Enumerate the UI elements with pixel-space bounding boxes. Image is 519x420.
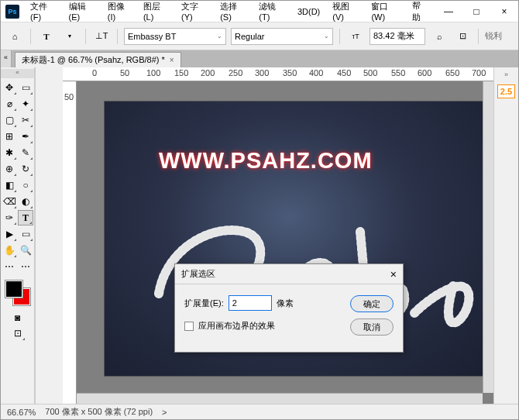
close-tab-icon[interactable]: × xyxy=(170,56,174,64)
ruler-tick: 250 xyxy=(229,68,242,77)
menu-help[interactable]: 帮助 xyxy=(406,1,435,22)
lasso-tool[interactable]: ⌀ xyxy=(2,96,17,112)
history-brush-tool[interactable]: ↻ xyxy=(18,161,33,177)
menu-view[interactable]: 视图(V) xyxy=(326,1,365,22)
ruler-tick: 550 xyxy=(391,68,405,77)
edit-toolbar[interactable]: ⋯ xyxy=(2,259,17,274)
status-bar: 66.67% 700 像素 x 500 像素 (72 ppi) > xyxy=(1,404,518,419)
brush-tool[interactable]: ✎ xyxy=(18,145,33,160)
chevron-down-icon: ⌄ xyxy=(217,33,222,40)
hand-tool[interactable]: ✋ xyxy=(2,243,17,258)
maximize-button[interactable]: □ xyxy=(462,1,490,22)
menu-layer[interactable]: 图层(L) xyxy=(137,1,175,22)
expand-by-label: 扩展量(E): xyxy=(184,298,224,309)
foreground-color-swatch[interactable] xyxy=(5,281,22,298)
canvas-viewport[interactable]: WWW.PSAHZ.COM xyxy=(77,81,493,404)
options-bar: ⌂ T ▾ ⊥T Embassy BT⌄ Regular⌄ тT 83.42 毫… xyxy=(1,22,518,50)
healing-tool[interactable]: ✱ xyxy=(2,145,17,160)
font-size-value: 83.42 毫米 xyxy=(373,30,414,42)
unit-label: 像素 xyxy=(277,298,294,309)
panel-value[interactable]: 2.5 xyxy=(497,84,515,98)
menu-3d[interactable]: 3D(D) xyxy=(291,1,326,22)
font-style-value: Regular xyxy=(235,32,265,41)
horizontal-scrollbar[interactable] xyxy=(77,393,483,404)
main-menu: 文件(F) 编辑(E) 图像(I) 图层(L) 文字(Y) 选择(S) 滤镜(T… xyxy=(24,1,435,22)
ruler-tick: 450 xyxy=(337,68,351,77)
font-style-select[interactable]: Regular⌄ xyxy=(231,28,333,45)
document-tab-title: 未标题-1 @ 66.7% (Psahz, RGB/8#) * xyxy=(22,54,165,66)
ruler-tick: 150 xyxy=(174,68,188,77)
eyedropper-tool[interactable]: ✒ xyxy=(18,129,33,144)
vertical-ruler[interactable]: 50 xyxy=(63,81,77,404)
settings-icon[interactable]: ⊡ xyxy=(453,27,472,46)
font-size-input[interactable]: 83.42 毫米 xyxy=(369,28,425,45)
font-size-icon: тT xyxy=(346,27,365,46)
path-select-tool[interactable]: ▶ xyxy=(2,226,17,242)
marquee-tool[interactable]: ▢ xyxy=(2,112,17,128)
collapse-icon[interactable]: » xyxy=(504,71,508,78)
ruler-tick: 200 xyxy=(201,68,215,77)
close-button[interactable]: × xyxy=(490,1,518,22)
title-bar: Ps 文件(F) 编辑(E) 图像(I) 图层(L) 文字(Y) 选择(S) 滤… xyxy=(1,1,518,22)
zoom-tool[interactable]: 🔍 xyxy=(18,243,33,258)
expand-selection-dialog: 扩展选区 × 扩展量(E): 像素 应用画布边界的效果 确定 取消 xyxy=(174,263,404,353)
text-orientation-icon[interactable]: ⊥T xyxy=(92,27,111,46)
dodge-tool[interactable]: ◐ xyxy=(18,194,33,209)
menu-type[interactable]: 文字(Y) xyxy=(175,1,214,22)
ruler-tick: 350 xyxy=(283,68,297,77)
shape-tool[interactable]: ▭ xyxy=(18,226,33,242)
ruler-tick: 650 xyxy=(445,68,459,77)
menu-window[interactable]: 窗口(W) xyxy=(365,1,406,22)
artboard-tool[interactable]: ▭ xyxy=(18,80,33,95)
chevron-down-icon[interactable]: ▾ xyxy=(60,27,79,46)
antialias-label: 锐利 xyxy=(485,30,502,42)
gradient-tool[interactable]: ◧ xyxy=(2,177,17,193)
font-family-select[interactable]: Embassy BT⌄ xyxy=(124,28,226,45)
type-tool[interactable]: T xyxy=(18,210,33,225)
left-panel-strip[interactable] xyxy=(35,67,63,404)
vertical-scrollbar[interactable] xyxy=(483,81,493,393)
collapse-toolbar-icon[interactable]: « xyxy=(1,50,12,67)
document-tab-bar: 未标题-1 @ 66.7% (Psahz, RGB/8#) * × xyxy=(12,50,518,67)
canvas-area: 0 50 100 150 200 250 300 350 400 450 500… xyxy=(63,67,493,404)
ruler-tick: 300 xyxy=(255,68,269,77)
menu-file[interactable]: 文件(F) xyxy=(24,1,63,22)
zoom-level[interactable]: 66.67% xyxy=(7,408,36,417)
menu-select[interactable]: 选择(S) xyxy=(214,1,253,22)
apply-canvas-bounds-checkbox[interactable] xyxy=(184,322,194,331)
pen-tool[interactable]: ✑ xyxy=(2,210,17,225)
minimize-button[interactable]: — xyxy=(435,1,462,22)
cancel-button[interactable]: 取消 xyxy=(350,318,394,336)
menu-filter[interactable]: 滤镜(T) xyxy=(253,1,291,22)
quick-mask-icon[interactable]: ◙ xyxy=(10,310,26,325)
color-swatches[interactable] xyxy=(4,279,32,307)
document-info[interactable]: 700 像素 x 500 像素 (72 ppi) xyxy=(45,406,153,418)
right-panel: » 2.5 xyxy=(493,67,518,404)
collapse-icon[interactable]: « xyxy=(1,69,34,78)
screen-mode-icon[interactable]: ⊡ xyxy=(10,325,26,341)
document-tab[interactable]: 未标题-1 @ 66.7% (Psahz, RGB/8#) * × xyxy=(15,52,181,67)
move-tool[interactable]: ✥ xyxy=(2,80,17,95)
home-icon[interactable]: ⌂ xyxy=(5,27,24,46)
magic-wand-tool[interactable]: ✦ xyxy=(18,96,33,112)
blur-tool[interactable]: ○ xyxy=(18,177,33,193)
ok-button[interactable]: 确定 xyxy=(350,295,394,312)
dialog-titlebar[interactable]: 扩展选区 × xyxy=(175,264,403,284)
more-tools[interactable]: ⋯ xyxy=(18,259,33,274)
horizontal-ruler[interactable]: 0 50 100 150 200 250 300 350 400 450 500… xyxy=(63,67,493,81)
search-icon[interactable]: ⌕ xyxy=(430,27,449,46)
expand-by-input[interactable] xyxy=(229,295,272,311)
frame-tool[interactable]: ⊞ xyxy=(2,129,17,144)
dialog-title: 扩展选区 xyxy=(181,268,215,280)
dialog-close-icon[interactable]: × xyxy=(390,268,397,281)
info-arrow-icon[interactable]: > xyxy=(162,408,167,417)
menu-image[interactable]: 图像(I) xyxy=(101,1,137,22)
ruler-tick: 500 xyxy=(363,68,377,77)
crop-tool[interactable]: ✂ xyxy=(18,112,33,128)
ruler-tick: 50 xyxy=(120,68,129,77)
eraser-tool[interactable]: ⌫ xyxy=(2,194,17,209)
menu-edit[interactable]: 编辑(E) xyxy=(63,1,101,22)
type-tool-preset-icon[interactable]: T xyxy=(37,27,56,46)
clone-tool[interactable]: ⊕ xyxy=(2,161,17,177)
apply-canvas-bounds-label: 应用画布边界的效果 xyxy=(198,320,275,332)
